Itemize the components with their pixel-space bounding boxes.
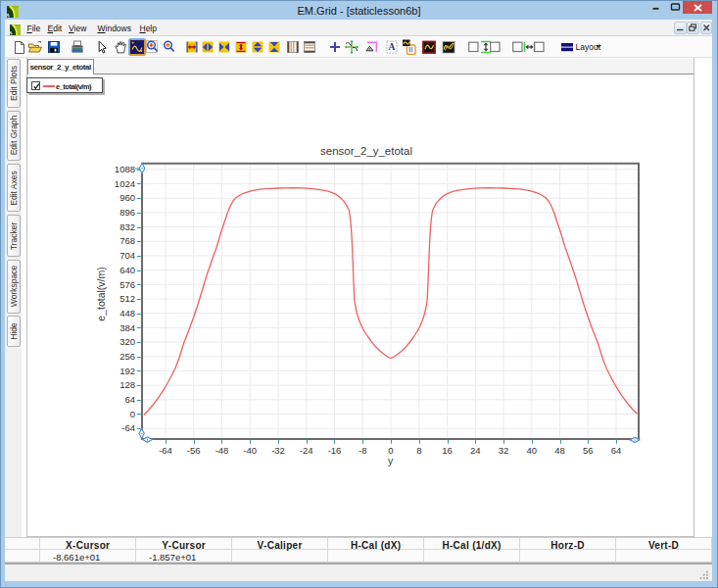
svg-text:256: 256 (120, 351, 135, 362)
svg-text:y: y (388, 455, 394, 466)
svg-text:1088: 1088 (115, 164, 135, 174)
svg-text:-64: -64 (159, 445, 172, 456)
svg-text:-48: -48 (215, 445, 229, 456)
svg-text:24: 24 (470, 445, 481, 456)
svg-text:640: 640 (120, 265, 135, 275)
svg-text:32: 32 (499, 445, 509, 456)
svg-text:0: 0 (388, 445, 393, 456)
svg-text:448: 448 (120, 308, 135, 318)
svg-text:384: 384 (120, 322, 135, 333)
svg-text:-24: -24 (300, 445, 313, 456)
svg-text:768: 768 (120, 235, 135, 246)
svg-text:16: 16 (442, 445, 453, 456)
svg-text:56: 56 (583, 445, 594, 456)
svg-text:e_total(v/m): e_total(v/m) (95, 267, 107, 320)
svg-text:-32: -32 (271, 445, 285, 456)
svg-text:64: 64 (124, 394, 135, 405)
svg-text:8: 8 (416, 445, 421, 456)
svg-text:-40: -40 (243, 445, 257, 456)
svg-text:960: 960 (120, 192, 135, 203)
svg-text:832: 832 (120, 221, 135, 232)
svg-text:0: 0 (130, 409, 135, 419)
svg-text:192: 192 (120, 366, 135, 376)
svg-text:sensor_2_y_etotal: sensor_2_y_etotal (320, 145, 412, 157)
svg-text:-64: -64 (121, 422, 135, 433)
svg-text:512: 512 (120, 293, 135, 304)
svg-text:704: 704 (120, 250, 135, 261)
svg-text:128: 128 (120, 379, 135, 390)
svg-text:1024: 1024 (115, 178, 135, 189)
svg-text:40: 40 (527, 445, 538, 456)
svg-text:896: 896 (120, 207, 135, 218)
svg-text:320: 320 (120, 336, 135, 347)
svg-text:48: 48 (554, 445, 565, 456)
svg-text:576: 576 (120, 279, 135, 290)
svg-text:64: 64 (611, 445, 622, 456)
svg-text:-8: -8 (359, 445, 366, 456)
svg-text:-16: -16 (328, 445, 342, 456)
svg-text:-56: -56 (187, 445, 201, 456)
